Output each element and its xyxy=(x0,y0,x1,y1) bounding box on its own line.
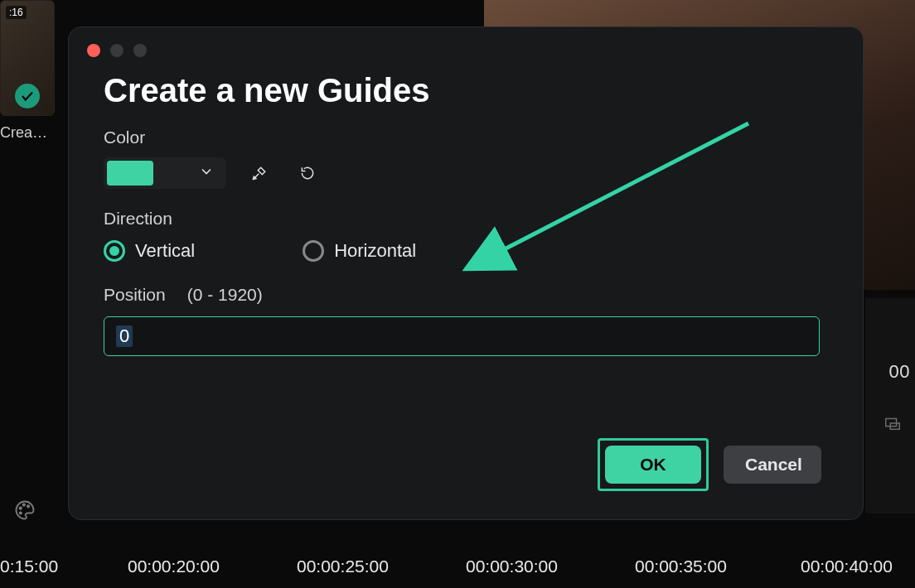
svg-point-4 xyxy=(27,505,29,507)
right-sidebar xyxy=(865,298,915,513)
palette-icon[interactable] xyxy=(13,499,36,522)
radio-horizontal[interactable]: Horizontal xyxy=(303,240,416,262)
radio-horizontal-label: Horizontal xyxy=(334,240,416,262)
timeline-ruler[interactable]: 0:15:00 00:00:20:00 00:00:25:00 00:00:30… xyxy=(0,545,915,588)
svg-rect-0 xyxy=(886,419,897,427)
media-clip-thumbnail[interactable]: :16 xyxy=(0,0,55,116)
dialog-title: Create a new Guides xyxy=(104,72,825,109)
color-label: Color xyxy=(104,128,825,147)
ok-highlight: OK xyxy=(598,438,709,491)
ok-button[interactable]: OK xyxy=(605,446,701,484)
timeline-tick: 00:00:20:00 xyxy=(128,557,220,576)
position-range-hint: (0 - 1920) xyxy=(187,285,263,305)
timeline-tick: 00:00:40:00 xyxy=(801,557,893,576)
cancel-button[interactable]: Cancel xyxy=(724,446,821,484)
timeline-tick: 00:00:25:00 xyxy=(297,557,389,576)
close-icon[interactable] xyxy=(87,44,100,57)
check-icon xyxy=(15,84,40,108)
eyedropper-icon[interactable] xyxy=(244,158,274,188)
clip-time-badge: :16 xyxy=(6,6,27,19)
svg-point-2 xyxy=(20,508,22,509)
direction-label: Direction xyxy=(104,209,825,229)
create-guides-dialog: Create a new Guides Color Direction Vert… xyxy=(68,27,864,520)
svg-point-3 xyxy=(23,504,25,505)
radio-icon xyxy=(303,240,324,262)
minimize-icon[interactable] xyxy=(110,44,123,57)
position-value: 0 xyxy=(116,325,133,347)
position-input[interactable]: 0 xyxy=(104,316,820,356)
position-label: Position xyxy=(104,285,166,305)
reset-icon[interactable] xyxy=(293,158,322,188)
maximize-icon[interactable] xyxy=(133,44,147,57)
color-dropdown[interactable] xyxy=(104,157,226,189)
radio-icon xyxy=(104,240,125,262)
chevron-down-icon xyxy=(198,163,215,183)
clip-filename-label: Crea… xyxy=(0,124,55,142)
radio-vertical[interactable]: Vertical xyxy=(104,240,195,262)
timeline-tick: 00:00:30:00 xyxy=(466,557,558,576)
timeline-tick: 0:15:00 xyxy=(0,557,58,576)
window-controls xyxy=(87,44,825,57)
snap-icon[interactable] xyxy=(884,414,902,436)
svg-point-5 xyxy=(20,512,22,513)
timeline-tick: 00:00:35:00 xyxy=(635,557,727,576)
radio-vertical-label: Vertical xyxy=(135,240,195,262)
color-swatch xyxy=(107,161,153,186)
preview-timecode: 00 xyxy=(889,361,910,383)
